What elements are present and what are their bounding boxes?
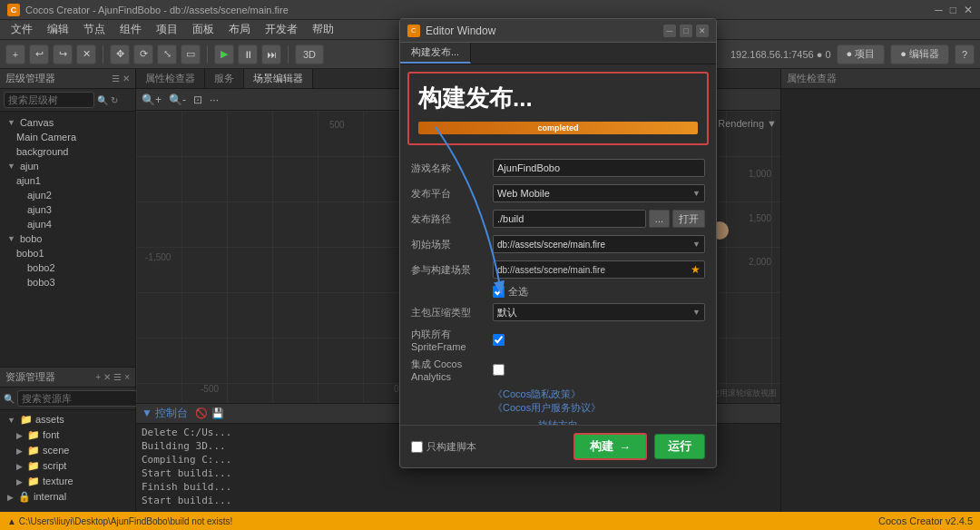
form-service-link[interactable]: 《Cocos用户服务协议》 [493, 402, 601, 413]
asset-search-input[interactable] [17, 390, 152, 407]
toolbar-rect[interactable]: ▭ [181, 44, 201, 64]
menu-component[interactable]: 组件 [113, 20, 149, 39]
progress-bar-container: completed [418, 122, 698, 134]
axis-label-right1: 1,000 [749, 169, 771, 179]
toolbar-3d[interactable]: 3D [295, 44, 324, 64]
console-save-icon[interactable]: 💾 [211, 407, 224, 419]
form-select-all-checkbox[interactable] [493, 286, 505, 298]
build-button[interactable]: 构建 → [573, 433, 647, 460]
scene-fit[interactable]: ⊡ [193, 93, 202, 106]
hierarchy-icon1[interactable]: ☰ [112, 74, 120, 83]
toolbar-add[interactable]: + [5, 44, 25, 64]
editor-title-left: C Editor Window [407, 25, 495, 37]
toolbar-close[interactable]: ✕ [76, 44, 96, 64]
tree-bobo3[interactable]: bobo3 [0, 275, 135, 290]
hierarchy-search-bar: 🔍 ↻ [0, 89, 135, 112]
tab-property-inspector[interactable]: 属性检查器 [136, 69, 205, 88]
form-analytics-checkbox[interactable] [493, 364, 505, 376]
menu-edit[interactable]: 编辑 [40, 20, 76, 39]
tab-services[interactable]: 服务 [205, 69, 244, 88]
form-path-open-btn[interactable]: 打开 [672, 210, 705, 228]
form-sprite-frame-checkbox[interactable] [493, 334, 505, 346]
right-panel-header: 属性检查器 [781, 69, 980, 89]
asset-close-icon[interactable]: × [124, 372, 130, 382]
refresh-icon[interactable]: ↻ [111, 95, 118, 105]
form-platform-select[interactable]: Web Mobile ▼ [493, 184, 705, 202]
form-select-all: 全选 [411, 285, 705, 299]
rendering-label: Rendering ▼ [718, 118, 777, 129]
window-close[interactable]: ✕ [964, 4, 973, 16]
tree-ajun1[interactable]: ajun1 [0, 173, 135, 188]
scene-more[interactable]: ··· [210, 93, 219, 106]
axis-label-top1: 500 [329, 120, 345, 130]
project-btn[interactable]: ● 项目 [837, 44, 886, 64]
editor-btn[interactable]: ● 编辑器 [890, 44, 949, 64]
form-initial-scene-input[interactable]: db://assets/scene/main.fire ▼ [493, 235, 705, 253]
asset-add-icon[interactable]: + [95, 372, 101, 382]
build-scene-star[interactable]: ★ [691, 263, 701, 276]
tree-ajun3[interactable]: ajun3 [0, 202, 135, 217]
asset-item-scene[interactable]: ▶📁 scene [0, 443, 135, 458]
asset-item-font[interactable]: ▶📁 font [0, 427, 135, 443]
progress-label: completed [537, 123, 578, 132]
toolbar-step[interactable]: ⏭ [261, 44, 281, 64]
form-path-browse-btn[interactable]: ... [649, 210, 670, 228]
orientation-label[interactable]: 旋转方向 [533, 418, 583, 425]
asset-item-assets[interactable]: ▼📁 assets [0, 412, 135, 427]
tree-canvas[interactable]: ▼Canvas [0, 115, 135, 130]
toolbar-pause[interactable]: ⏸ [238, 44, 258, 64]
toolbar-rotate[interactable]: ⟳ [133, 44, 153, 64]
tree-ajun4[interactable]: ajun4 [0, 217, 135, 231]
console-line-4: Start buildi... [142, 466, 775, 480]
form-path-input[interactable] [493, 210, 646, 228]
toolbar-move[interactable]: ✥ [110, 44, 130, 64]
tab-build-publish[interactable]: 构建发布... [400, 43, 471, 64]
tree-ajun2[interactable]: ajun2 [0, 188, 135, 202]
footer-only-build-checkbox[interactable] [411, 441, 423, 453]
form-compress-select[interactable]: 默认 ▼ [493, 303, 705, 321]
tree-main-camera[interactable]: Main Camera [0, 130, 135, 144]
form-privacy-link[interactable]: 《Cocos隐私政策》 [493, 388, 581, 399]
menu-help[interactable]: 帮助 [305, 20, 341, 39]
tree-bobo[interactable]: ▼bobo [0, 231, 135, 246]
hierarchy-icon2[interactable]: ✕ [122, 74, 130, 83]
form-build-scene-value[interactable]: db://assets/scene/main.fire ★ [493, 260, 705, 279]
menu-project[interactable]: 项目 [149, 20, 185, 39]
tree-ajun[interactable]: ▼ajun [0, 159, 135, 173]
menu-layout[interactable]: 布局 [221, 20, 258, 39]
help-btn[interactable]: ? [955, 44, 975, 64]
form-path: 发布路径 ... 打开 [411, 209, 705, 229]
editor-window-close[interactable]: ✕ [696, 25, 709, 37]
scene-zoom-out[interactable]: 🔍- [169, 93, 186, 106]
tree-bobo2[interactable]: bobo2 [0, 260, 135, 275]
menu-node[interactable]: 节点 [76, 20, 113, 39]
form-game-name-input[interactable] [493, 159, 705, 177]
toolbar-undo[interactable]: ↩ [29, 44, 49, 64]
form-initial-scene: 初始场景 db://assets/scene/main.fire ▼ [411, 234, 705, 254]
tree-background[interactable]: background [0, 144, 135, 159]
asset-item-internal[interactable]: ▶🔒 internal [0, 489, 135, 505]
toolbar-scale[interactable]: ⤡ [157, 44, 177, 64]
tree-bobo1[interactable]: bobo1 [0, 246, 135, 260]
asset-delete-icon[interactable]: ✕ [103, 372, 111, 382]
window-maximize[interactable]: □ [950, 4, 956, 16]
run-button[interactable]: 运行 [654, 434, 705, 459]
console-title: ▼ 控制台 [142, 406, 188, 421]
scene-zoom-in[interactable]: 🔍+ [142, 93, 162, 106]
menu-file[interactable]: 文件 [4, 20, 40, 39]
asset-menu-icon[interactable]: ☰ [113, 372, 122, 382]
editor-window-minimize[interactable]: ─ [663, 25, 676, 37]
console-clear-icon[interactable]: 🚫 [195, 407, 208, 419]
left-panel: 层级管理器 ☰ ✕ 🔍 ↻ ▼Canvas Main Camera backgr… [0, 69, 136, 530]
hierarchy-search-input[interactable] [4, 92, 94, 108]
editor-window-maximize[interactable]: □ [680, 25, 692, 37]
editor-window[interactable]: C Editor Window ─ □ ✕ 构建发布... 构建发布... co… [399, 18, 717, 468]
toolbar-redo[interactable]: ↪ [53, 44, 73, 64]
asset-item-script[interactable]: ▶📁 script [0, 458, 135, 474]
toolbar-play[interactable]: ▶ [214, 44, 234, 64]
window-minimize[interactable]: ─ [935, 4, 943, 16]
menu-panel[interactable]: 面板 [185, 20, 221, 39]
asset-item-texture[interactable]: ▶📁 texture [0, 474, 135, 489]
menu-developer[interactable]: 开发者 [258, 20, 305, 39]
tab-scene-editor[interactable]: 场景编辑器 [244, 69, 313, 88]
